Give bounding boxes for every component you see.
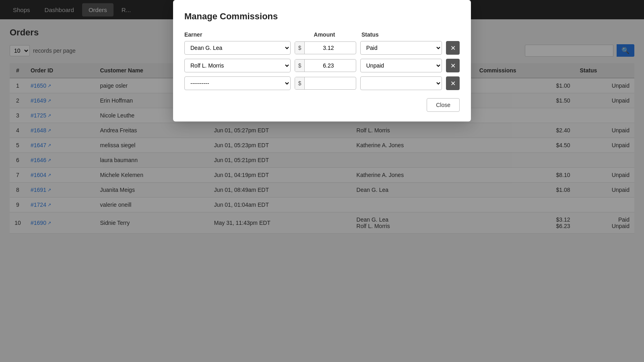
- amount-input-2[interactable]: [305, 60, 337, 72]
- modal-overlay: Manage Commissions Earner Amount Status …: [0, 0, 644, 242]
- commission-row-1: Dean G. Lea Rolf L. Morris Katherine A. …: [184, 41, 460, 55]
- col-label-action: [444, 31, 460, 38]
- modal-title: Manage Commissions: [184, 11, 460, 22]
- remove-button-2[interactable]: ✕: [446, 59, 460, 72]
- manage-commissions-modal: Manage Commissions Earner Amount Status …: [173, 0, 471, 121]
- col-label-amount: Amount: [292, 31, 357, 38]
- amount-prefix-3: $: [295, 77, 305, 89]
- status-select-3[interactable]: Paid Unpaid: [360, 76, 442, 90]
- amount-input-1[interactable]: [305, 42, 337, 54]
- amount-input-3[interactable]: [305, 77, 337, 89]
- col-label-status: Status: [361, 31, 439, 38]
- remove-button-1[interactable]: ✕: [446, 41, 460, 55]
- earner-select-3[interactable]: ---------- Dean G. Lea Rolf L. Morris Ka…: [184, 76, 291, 90]
- col-label-earner: Earner: [184, 31, 287, 38]
- commission-row-2: Dean G. Lea Rolf L. Morris Katherine A. …: [184, 59, 460, 72]
- status-select-2[interactable]: Paid Unpaid: [360, 59, 442, 72]
- modal-column-headers: Earner Amount Status: [184, 31, 460, 38]
- amount-prefix-2: $: [295, 60, 305, 72]
- remove-button-3[interactable]: ✕: [446, 76, 460, 90]
- modal-footer: Close: [184, 98, 460, 112]
- earner-select-2[interactable]: Dean G. Lea Rolf L. Morris Katherine A. …: [184, 59, 291, 72]
- amount-wrap-2: $: [295, 59, 356, 72]
- earner-select-1[interactable]: Dean G. Lea Rolf L. Morris Katherine A. …: [184, 41, 291, 55]
- amount-wrap-1: $: [295, 41, 356, 54]
- amount-prefix-1: $: [295, 42, 305, 54]
- commission-row-3: ---------- Dean G. Lea Rolf L. Morris Ka…: [184, 76, 460, 90]
- status-select-1[interactable]: Paid Unpaid: [360, 41, 442, 55]
- close-button[interactable]: Close: [427, 98, 460, 112]
- amount-wrap-3: $: [295, 77, 356, 90]
